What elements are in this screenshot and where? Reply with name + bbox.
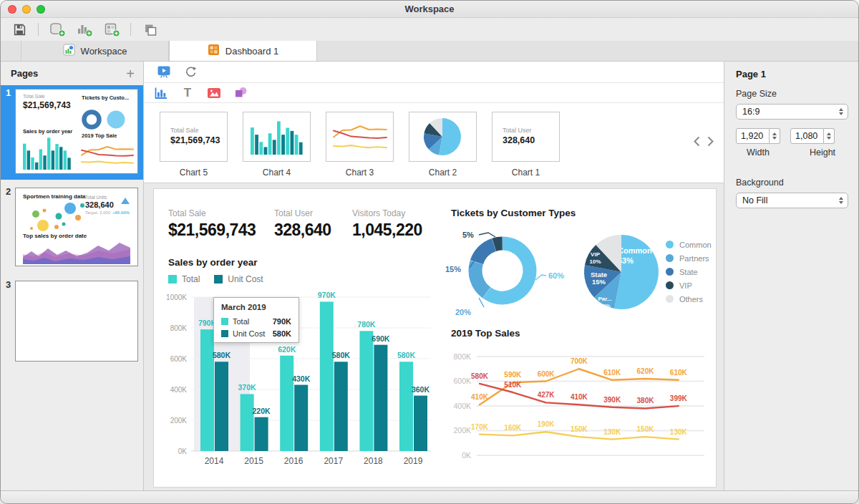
page-number: 2 — [6, 186, 11, 197]
kpi-label: Total Sale — [168, 208, 256, 218]
minimize-button[interactable] — [22, 5, 31, 14]
gallery-card-chart-4[interactable]: Chart 4 — [243, 112, 311, 178]
svg-text:510K: 510K — [504, 381, 522, 389]
gallery-card-preview — [409, 112, 477, 162]
gallery-card-preview: Total User328,640 — [492, 112, 560, 162]
document-tabs: Workspace Dashboard 1 — [1, 41, 858, 62]
gallery-card-label: Chart 3 — [326, 168, 394, 178]
tickets-donut-pie-chart[interactable]: 60%20%15%5%Common53%Par...10%State15%VIP… — [444, 220, 680, 325]
svg-text:620K: 620K — [278, 345, 296, 354]
legend-dot — [666, 254, 674, 262]
svg-text:10%: 10% — [599, 303, 611, 309]
svg-text:430K: 430K — [292, 374, 311, 383]
tab-label: Dashboard 1 — [225, 46, 278, 57]
page-thumbnail-1[interactable]: 1 Total Sale $21,569,743 Tickets by Cust… — [1, 85, 143, 180]
svg-text:580K: 580K — [213, 351, 231, 359]
insert-image-icon[interactable] — [205, 84, 223, 102]
add-chart-icon[interactable] — [76, 21, 93, 38]
thumb-target: Target: 3,000 — [85, 210, 110, 215]
svg-text:15%: 15% — [592, 278, 606, 286]
svg-text:690K: 690K — [372, 334, 390, 343]
background-select[interactable]: No Fill — [736, 193, 848, 208]
zoom-button[interactable] — [37, 5, 45, 14]
gallery-card-chart-1[interactable]: Total User328,640Chart 1 — [492, 112, 560, 178]
legend-label: VIP — [679, 281, 692, 290]
add-page-button[interactable]: + — [126, 67, 135, 80]
select-chevrons-icon — [839, 108, 843, 115]
tooltip-title: March 2019 — [221, 303, 291, 311]
page-thumbnail-2[interactable]: 2 Sportmen training data Total Units — [1, 184, 143, 271]
svg-text:427K: 427K — [538, 391, 555, 399]
gallery-card-label: Chart 5 — [160, 168, 228, 178]
up-triangle-icon — [121, 198, 130, 204]
tooltip-swatch — [221, 318, 228, 325]
top-sales-line-chart[interactable]: 0K200K400K600K800K410K590K600K700K610K62… — [445, 346, 712, 468]
svg-text:370K: 370K — [238, 383, 257, 392]
svg-text:600K: 600K — [453, 377, 471, 385]
gallery-next-button[interactable] — [707, 136, 714, 150]
save-icon[interactable] — [11, 21, 28, 38]
width-stepper[interactable] — [770, 128, 780, 144]
kpi-total-user[interactable]: Total User328,640 — [274, 208, 331, 240]
insert-chart-icon[interactable] — [152, 84, 170, 102]
gallery-card-preview — [326, 112, 394, 162]
app-window: Workspace Workspace — [0, 0, 859, 504]
svg-text:200K: 200K — [170, 417, 188, 425]
width-input[interactable] — [736, 128, 770, 144]
kpi-visitors-today[interactable]: Visitors Today1,045,220 — [352, 208, 422, 240]
gallery-card-chart-5[interactable]: Total Sale$21,569,743Chart 5 — [160, 112, 228, 178]
legend-label: Others — [679, 295, 703, 304]
page-thumbnail-3[interactable]: 3 — [1, 277, 143, 367]
duplicate-icon[interactable] — [141, 21, 158, 38]
gallery-prev-button[interactable] — [694, 136, 700, 150]
svg-text:170K: 170K — [471, 423, 489, 431]
svg-text:0K: 0K — [178, 447, 188, 455]
svg-text:590K: 590K — [504, 371, 522, 379]
legend-label: Total — [182, 274, 200, 284]
svg-text:2017: 2017 — [324, 456, 343, 466]
kpi-total-sale[interactable]: Total Sale$21,569,743 — [168, 208, 256, 240]
page-size-select[interactable]: 16:9 — [736, 104, 848, 120]
height-input[interactable] — [790, 128, 824, 144]
kpi-label: Total User — [274, 208, 331, 218]
legend-label: Unit Cost — [228, 274, 263, 284]
svg-text:800K: 800K — [170, 324, 188, 332]
svg-text:610K: 610K — [603, 369, 621, 377]
svg-text:400K: 400K — [170, 386, 188, 394]
close-button[interactable] — [8, 5, 16, 14]
tab-workspace[interactable]: Workspace — [21, 41, 169, 61]
sales-bar-chart[interactable]: 0K200K400K600K800K1000K20142015201620172… — [160, 288, 440, 474]
svg-text:410K: 410K — [471, 393, 489, 401]
gallery-card-chart-3[interactable]: Chart 3 — [326, 112, 394, 178]
tab-dashboard-1[interactable]: Dashboard 1 — [169, 41, 317, 61]
legend-item: VIP — [666, 278, 712, 292]
kpi-label: Visitors Today — [352, 208, 422, 218]
kpi-label: Total Sale — [170, 127, 199, 134]
workspace-icon — [63, 44, 75, 58]
add-dashboard-icon[interactable] — [103, 21, 120, 38]
inspector-panel: Page 1 Page Size 16:9 Width Height — [724, 62, 858, 490]
kpi-value: 328,640 — [503, 135, 535, 145]
present-icon[interactable] — [155, 64, 173, 81]
toolbar-separator — [38, 23, 39, 36]
svg-text:580K: 580K — [471, 372, 489, 380]
insert-text-icon[interactable]: T — [179, 84, 196, 102]
gallery-card-chart-2[interactable]: Chart 2 — [409, 112, 477, 178]
svg-text:780K: 780K — [357, 320, 376, 329]
thumb-units-value: 328,640 — [85, 200, 114, 209]
svg-text:390K: 390K — [603, 396, 621, 404]
refresh-icon[interactable] — [182, 64, 199, 81]
thumb-bottom-title: Top sales by order date — [23, 233, 87, 239]
dashboard-page[interactable]: Total Sale$21,569,743Total User328,640Vi… — [153, 188, 717, 488]
thumb-top-sales-title: 2019 Top Sale — [82, 132, 117, 139]
thumb-total-sale-label: Total Sale — [23, 94, 45, 99]
insert-shape-icon[interactable] — [232, 84, 249, 102]
kpi-label: Total User — [503, 127, 532, 134]
height-label: Height — [800, 147, 845, 158]
main-toolbar — [1, 18, 858, 41]
add-data-icon[interactable] — [49, 21, 66, 38]
width-label: Width — [736, 147, 780, 158]
height-stepper[interactable] — [824, 128, 835, 144]
svg-text:220K: 220K — [253, 407, 271, 415]
background-label: Background — [736, 178, 847, 188]
